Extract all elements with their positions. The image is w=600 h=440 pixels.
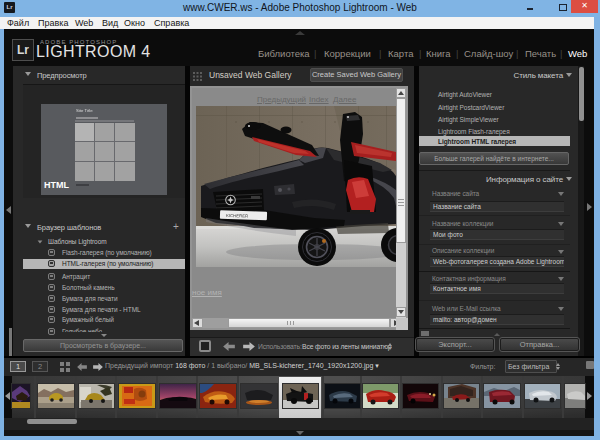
svg-text:KICHERER: KICHERER xyxy=(226,213,248,219)
